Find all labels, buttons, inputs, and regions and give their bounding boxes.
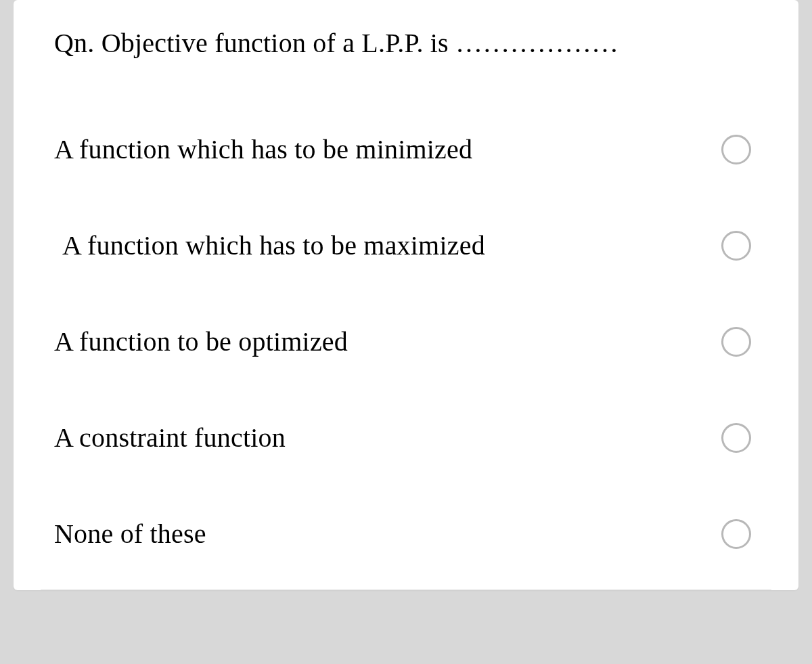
radio-button[interactable]: [721, 327, 751, 357]
question-card: Qn. Objective function of a L.P.P. is ………: [14, 0, 798, 590]
option-label: A constraint function: [54, 422, 721, 453]
option-row[interactable]: A function to be optimized: [54, 326, 758, 357]
options-list: A function which has to be minimized A f…: [54, 133, 758, 570]
option-label: None of these: [54, 518, 721, 550]
radio-button[interactable]: [721, 519, 751, 549]
radio-button[interactable]: [721, 423, 751, 453]
option-row[interactable]: A function which has to be minimized: [54, 133, 758, 165]
radio-button[interactable]: [721, 231, 751, 261]
option-row[interactable]: A constraint function: [54, 422, 758, 453]
divider: [41, 589, 771, 590]
option-label: A function which has to be minimized: [54, 133, 721, 165]
radio-button[interactable]: [721, 135, 751, 164]
option-label: A function which has to be maximized: [54, 229, 721, 261]
question-text: Qn. Objective function of a L.P.P. is ………: [54, 27, 758, 59]
option-row[interactable]: None of these: [54, 518, 758, 550]
option-label: A function to be optimized: [54, 326, 721, 357]
option-row[interactable]: A function which has to be maximized: [54, 229, 758, 261]
